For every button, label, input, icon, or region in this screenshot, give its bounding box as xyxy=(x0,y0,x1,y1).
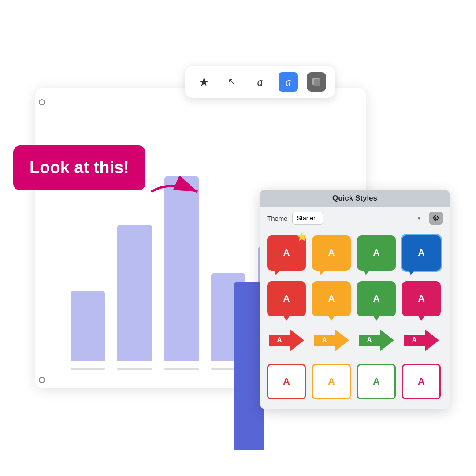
svg-marker-6 xyxy=(408,269,416,275)
style-item-pink-speech-2[interactable]: A xyxy=(402,281,441,316)
style-item-green-speech[interactable]: A xyxy=(357,235,396,271)
bar-2 xyxy=(117,225,152,361)
style-item-red-outline[interactable]: A xyxy=(267,364,306,399)
selection-guide-top xyxy=(45,102,318,102)
style-item-pink-arrow[interactable]: A xyxy=(402,327,441,353)
callout-text: Look at this! xyxy=(30,158,129,177)
gear-button[interactable]: ⚙ xyxy=(429,212,443,225)
layers-icon xyxy=(307,72,326,92)
style-item-red-arrow[interactable]: A xyxy=(267,327,306,353)
svg-rect-1 xyxy=(314,79,320,86)
svg-marker-4 xyxy=(318,269,326,275)
svg-marker-8 xyxy=(327,315,335,321)
quick-styles-title: Quick Styles xyxy=(260,190,450,207)
style-item-yellow-speech[interactable]: A xyxy=(312,235,351,271)
svg-text:A: A xyxy=(412,336,417,344)
svg-marker-5 xyxy=(363,269,371,275)
star-tool-button[interactable]: ★ xyxy=(194,72,213,92)
svg-marker-10 xyxy=(417,315,425,321)
style-item-yellow-arrow[interactable]: A xyxy=(312,327,351,353)
style-item-green-arrow[interactable]: A xyxy=(357,327,396,353)
callout-label: Look at this! xyxy=(13,145,145,190)
axis-dot-2 xyxy=(117,368,152,370)
text-bubble-tool-button[interactable]: a xyxy=(279,72,298,92)
svg-marker-11 xyxy=(269,329,304,351)
style-item-blue-speech-selected[interactable]: A xyxy=(402,235,441,271)
svg-marker-17 xyxy=(404,329,439,351)
bar-1 xyxy=(71,291,105,361)
toolbar: ★ ↖ a a xyxy=(185,66,335,98)
style-row-3: A A A A xyxy=(267,327,443,353)
style-item-red-speech[interactable]: A ⭐ xyxy=(267,235,306,271)
svg-text:A: A xyxy=(367,336,372,344)
svg-marker-7 xyxy=(283,315,290,321)
style-row-1: A ⭐ A A A xyxy=(267,235,443,271)
layers-tool-button[interactable] xyxy=(307,72,326,92)
axis-dot-1 xyxy=(71,368,105,370)
style-item-green-outline[interactable]: A xyxy=(357,364,396,399)
text-tool-button[interactable]: a xyxy=(250,72,270,92)
quick-styles-panel: Quick Styles Theme Starter Classic Moder… xyxy=(260,190,450,409)
theme-select-wrapper: Starter Classic Modern Vibrant xyxy=(292,212,425,225)
style-row-4: A A A A xyxy=(267,364,443,399)
callout-arrow xyxy=(145,176,207,209)
svg-marker-9 xyxy=(372,315,380,321)
svg-marker-15 xyxy=(359,329,394,351)
selection-guide-left xyxy=(42,102,42,380)
theme-label: Theme xyxy=(267,215,288,222)
style-item-red-speech-2[interactable]: A xyxy=(267,281,306,316)
style-item-green-speech-2[interactable]: A xyxy=(357,281,396,316)
star-badge: ⭐ xyxy=(297,232,307,242)
theme-row: Theme Starter Classic Modern Vibrant ⚙ xyxy=(260,207,450,229)
style-row-2: A A A A xyxy=(267,281,443,316)
cursor-tool-button[interactable]: ↖ xyxy=(222,72,242,92)
style-item-yellow-speech-2[interactable]: A xyxy=(312,281,351,316)
axis-dot-3 xyxy=(164,368,199,370)
svg-text:A: A xyxy=(277,336,282,344)
theme-select[interactable]: Starter Classic Modern Vibrant xyxy=(292,212,323,225)
accent-bar xyxy=(234,282,264,450)
svg-marker-3 xyxy=(273,269,281,275)
svg-text:A: A xyxy=(322,336,327,344)
svg-marker-13 xyxy=(314,329,349,351)
style-item-yellow-outline[interactable]: A xyxy=(312,364,351,399)
style-item-pink-outline[interactable]: A xyxy=(402,364,441,399)
